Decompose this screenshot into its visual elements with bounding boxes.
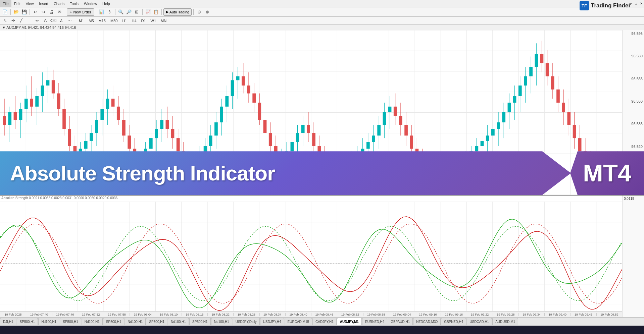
menu-file[interactable]: File bbox=[0, 0, 11, 7]
chart-tab-3[interactable]: SP500,H1 bbox=[60, 318, 81, 325]
tf-m30[interactable]: M30 bbox=[108, 18, 119, 24]
toolbar-undo[interactable]: ↩ bbox=[32, 8, 39, 16]
toolbar-chart-candle[interactable]: 🕯 bbox=[106, 8, 113, 16]
tool-crosshair[interactable]: ✛ bbox=[9, 17, 17, 24]
tool-pencil[interactable]: ✏ bbox=[34, 17, 41, 24]
time-label-14: 19 Feb 08:58 bbox=[363, 313, 389, 316]
indicator-info: Absolute Strength 0.0021 0.0033 0.0023 0… bbox=[1, 196, 117, 200]
tool-line[interactable]: ╱ bbox=[17, 17, 25, 24]
menu-charts[interactable]: Charts bbox=[51, 0, 67, 7]
tool-more[interactable]: ⋯ bbox=[66, 17, 73, 24]
chart-tab-16[interactable]: EURNZD,H4 bbox=[362, 318, 387, 325]
menu-bar: File Edit View Insert Charts Tools Windo… bbox=[0, 0, 113, 7]
chart-tab-20[interactable]: USDCAD,H1 bbox=[466, 318, 492, 325]
indicator-scale: 0.0119 0.0000 bbox=[622, 196, 644, 326]
tf-h1[interactable]: H1 bbox=[120, 18, 129, 24]
title-bar: File Edit View Insert Charts Tools Windo… bbox=[0, 0, 644, 7]
tf-w1[interactable]: W1 bbox=[149, 18, 158, 24]
toolbar-print[interactable]: 🖨 bbox=[48, 8, 55, 16]
close-button[interactable]: ✕ bbox=[639, 0, 644, 7]
banner-main: Absolute Strength Indicator bbox=[0, 151, 571, 195]
toolbar-fit[interactable]: ⊞ bbox=[133, 8, 141, 16]
toolbar-sep-2 bbox=[30, 9, 30, 15]
chart-tab-1[interactable]: SP500,H1 bbox=[17, 318, 38, 325]
chart-tab-9[interactable]: SP500,H1 bbox=[189, 318, 211, 325]
toolbar-sep-4 bbox=[96, 9, 96, 15]
logo-text: Trading Finder bbox=[591, 2, 631, 9]
symbol-bar: ▼ AUDJPY,M1 94.421 94.424 94.416 94.416 bbox=[0, 25, 644, 30]
toolbar-save[interactable]: 💾 bbox=[20, 8, 28, 16]
toolbar-indicators[interactable]: 📈 bbox=[144, 8, 152, 16]
chart-tab-19[interactable]: GBPNZD,H4 bbox=[441, 318, 466, 325]
chart-tab-0[interactable]: DJI,H1 bbox=[0, 318, 16, 325]
tab-bar: DJI,H1SP500,H1Nd100,H1SP500,H1Nd100,H1SP… bbox=[0, 317, 644, 326]
charts-container: 96.595 96.580 96.565 96.550 96.535 96.52… bbox=[0, 30, 644, 326]
new-order-button[interactable]: + New Order bbox=[67, 8, 94, 16]
indicator-canvas bbox=[0, 202, 622, 326]
time-label-6: 19 Feb 08:10 bbox=[156, 313, 182, 316]
toolbar-chart-bar[interactable]: 📊 bbox=[98, 8, 105, 16]
tf-h4[interactable]: H4 bbox=[130, 18, 138, 24]
menu-window[interactable]: Window bbox=[81, 0, 100, 7]
chart-tab-14[interactable]: CADJPY,H1 bbox=[312, 318, 337, 325]
chart-tab-17[interactable]: GBPAUD,H1 bbox=[388, 318, 413, 325]
chart-tab-8[interactable]: Nd100,H1 bbox=[168, 318, 189, 325]
chart-tab-6[interactable]: Nd100,H1 bbox=[125, 318, 146, 325]
toolbar-open[interactable]: 📂 bbox=[12, 8, 20, 16]
toolbar-sep-6 bbox=[142, 9, 143, 15]
chart-tab-18[interactable]: NZDCAD,M30 bbox=[413, 318, 441, 325]
chart-tab-7[interactable]: SP500,H1 bbox=[146, 318, 167, 325]
toolbar-zoom-out[interactable]: 🔎 bbox=[125, 8, 133, 16]
chart-tab-15[interactable]: AUDJPY,M1 bbox=[337, 318, 362, 325]
time-label-17: 19 Feb 09:16 bbox=[441, 313, 466, 316]
tool-text[interactable]: A bbox=[42, 17, 49, 24]
menu-edit[interactable]: Edit bbox=[11, 0, 23, 7]
toolbar-email[interactable]: ✉ bbox=[56, 8, 63, 16]
menu-insert[interactable]: Insert bbox=[36, 0, 51, 7]
toolbar-zoom-in[interactable]: 🔍 bbox=[117, 8, 125, 16]
indicator-chart[interactable]: Absolute Strength 0.0021 0.0033 0.0023 0… bbox=[0, 196, 644, 326]
tf-m1[interactable]: M1 bbox=[77, 18, 86, 24]
toolbar: 📄 📂 💾 ↩ ↪ 🖨 ✉ + New Order 📊 🕯 🔍 🔎 ⊞ 📈 📋 … bbox=[0, 7, 644, 17]
new-order-icon: + bbox=[70, 10, 72, 14]
toolbar-more2[interactable]: ⊗ bbox=[203, 8, 211, 16]
tf-m15[interactable]: M15 bbox=[97, 18, 108, 24]
time-label-5: 19 Feb 08:04 bbox=[130, 313, 155, 316]
chart-tab-5[interactable]: SP500,H1 bbox=[103, 318, 125, 325]
price-label-4: 96.550 bbox=[624, 99, 643, 103]
tool-delete[interactable]: ⌫ bbox=[50, 17, 57, 24]
menu-view[interactable]: View bbox=[23, 0, 37, 7]
tool-arrow[interactable]: ↖ bbox=[1, 17, 9, 24]
tool-angle[interactable]: ∠ bbox=[58, 17, 65, 24]
main-chart[interactable]: 96.595 96.580 96.565 96.550 96.535 96.52… bbox=[0, 30, 644, 196]
toolbar-more1[interactable]: ⊕ bbox=[195, 8, 203, 16]
tf-d1[interactable]: D1 bbox=[139, 18, 148, 24]
logo-area: TF Trading Finder bbox=[580, 1, 631, 10]
chart-tab-2[interactable]: Nd100,H1 bbox=[38, 318, 59, 325]
chart-tab-11[interactable]: USDJPY,Daily bbox=[233, 318, 260, 325]
time-label-23: 19 Feb 09:52 bbox=[596, 313, 622, 316]
tf-sep-1 bbox=[75, 18, 75, 23]
price-label-2: 96.580 bbox=[624, 54, 643, 58]
chart-tab-21[interactable]: AUDUSD,M1 bbox=[492, 318, 518, 325]
toolbar-templates[interactable]: 📋 bbox=[152, 8, 160, 16]
symbol-info: ▼ AUDJPY,M1 94.421 94.424 94.416 94.416 bbox=[2, 25, 76, 30]
menu-tools[interactable]: Tools bbox=[67, 0, 81, 7]
toolbar-redo[interactable]: ↪ bbox=[40, 8, 47, 16]
time-label-21: 19 Feb 09:40 bbox=[544, 313, 570, 316]
chart-tab-10[interactable]: Nd100,H1 bbox=[211, 318, 232, 325]
chart-tab-4[interactable]: Nd100,H1 bbox=[82, 318, 103, 325]
tool-hline[interactable]: — bbox=[26, 17, 33, 24]
banner-mt4-text: MT4 bbox=[583, 159, 631, 187]
maximize-button[interactable]: □ bbox=[633, 0, 639, 7]
time-axis: 19 Feb 202519 Feb 07:4019 Feb 07:4619 Fe… bbox=[0, 311, 622, 317]
menu-help[interactable]: Help bbox=[100, 0, 113, 7]
tf-mn[interactable]: MN bbox=[159, 18, 168, 24]
chart-tab-12[interactable]: USDJPY,H4 bbox=[260, 318, 284, 325]
autotrading-button[interactable]: ▶ AutoTrading bbox=[163, 8, 192, 16]
toolbar-new-chart[interactable]: 📄 bbox=[1, 8, 9, 16]
chart-tab-13[interactable]: EURCAD,M15 bbox=[285, 318, 312, 325]
time-label-8: 19 Feb 08:22 bbox=[207, 313, 233, 316]
time-label-9: 19 Feb 08:28 bbox=[233, 313, 259, 316]
tf-m5[interactable]: M5 bbox=[87, 18, 96, 24]
